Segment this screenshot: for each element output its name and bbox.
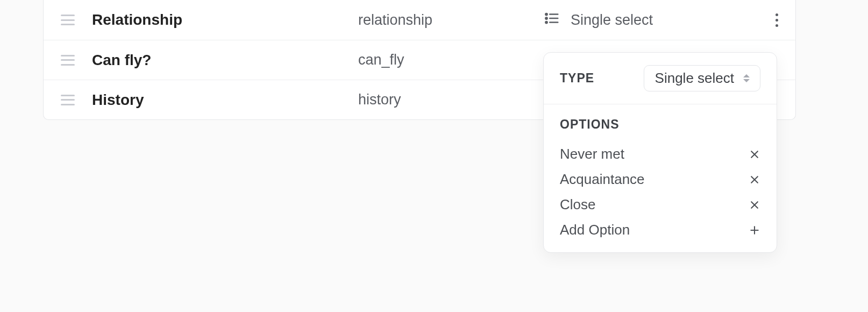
remove-option-button[interactable]: [749, 148, 760, 160]
remove-option-button[interactable]: [749, 199, 760, 211]
type-select[interactable]: Single select: [644, 65, 760, 91]
options-heading: OPTIONS: [544, 104, 777, 141]
svg-point-0: [545, 13, 547, 15]
add-option-button[interactable]: Add Option: [544, 217, 777, 252]
dots-vertical-icon: [775, 13, 778, 27]
drag-icon: [61, 95, 75, 105]
option-item[interactable]: Never met: [544, 141, 777, 167]
option-item[interactable]: Acquaintance: [544, 167, 777, 192]
field-key: can_fly: [358, 52, 544, 68]
table-row[interactable]: Relationship relationship Single select: [44, 0, 795, 40]
field-name: History: [92, 91, 358, 109]
plus-icon: [749, 224, 760, 236]
type-select-value: Single select: [655, 70, 734, 87]
svg-point-1: [545, 17, 547, 19]
drag-handle[interactable]: [44, 15, 92, 25]
drag-handle[interactable]: [44, 95, 92, 105]
field-settings-popover: TYPE Single select OPTIONS Never met Acq…: [543, 52, 777, 253]
drag-handle[interactable]: [44, 55, 92, 66]
option-label: Acquaintance: [560, 171, 645, 188]
field-type-label: Single select: [571, 12, 653, 29]
drag-icon: [61, 15, 75, 25]
option-label: Never met: [560, 146, 624, 162]
chevron-up-down-icon: [742, 74, 751, 82]
remove-option-button[interactable]: [749, 174, 760, 186]
option-item[interactable]: Close: [544, 192, 777, 217]
type-heading: TYPE: [560, 71, 594, 86]
add-option-label: Add Option: [560, 222, 630, 238]
svg-point-2: [545, 21, 547, 23]
option-label: Close: [560, 196, 595, 213]
drag-icon: [61, 55, 75, 66]
field-name: Relationship: [92, 11, 358, 29]
field-type: Single select: [544, 10, 758, 30]
field-key: relationship: [358, 12, 544, 29]
field-key: history: [358, 91, 544, 108]
row-menu-button[interactable]: [758, 13, 795, 27]
single-select-icon: [544, 10, 560, 30]
field-name: Can fly?: [92, 52, 358, 69]
